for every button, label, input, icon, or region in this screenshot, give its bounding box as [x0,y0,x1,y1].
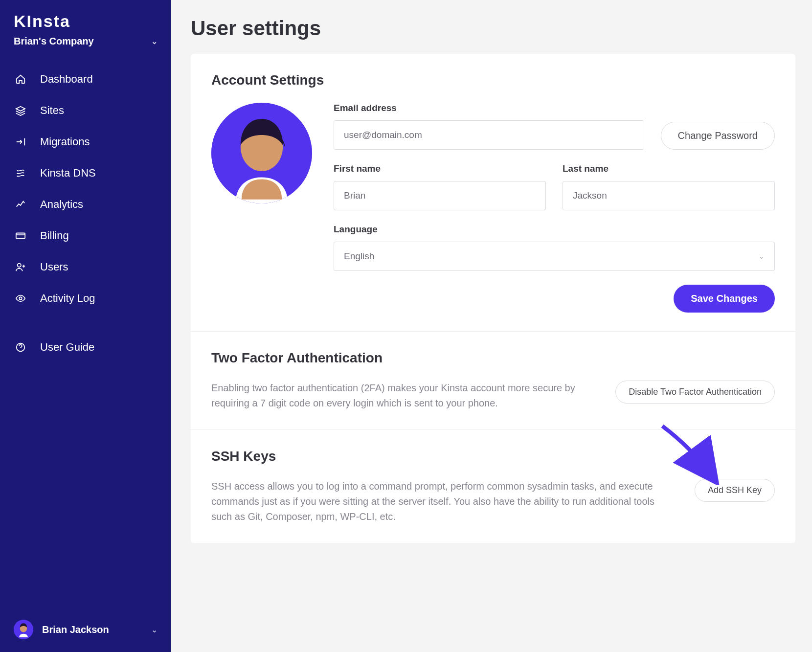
avatar-large[interactable] [211,103,312,203]
company-name: Brian's Company [14,36,94,47]
sidebar-item-sites[interactable]: Sites [0,95,171,126]
sidebar-item-users[interactable]: Users [0,251,171,283]
sidebar-item-label: Sites [40,104,64,117]
sidebar-item-analytics[interactable]: Analytics [0,189,171,220]
sidebar-item-label: Analytics [40,198,83,211]
sidebar-item-label: Billing [40,229,69,242]
home-icon [14,72,27,86]
sidebar-item-label: Migrations [40,135,90,148]
ssh-keys-title: SSH Keys [211,449,775,464]
sidebar-item-label: Dashboard [40,73,93,86]
account-settings-section: Account Settings Email add [191,54,795,332]
brand-logo: KInsta [0,12,171,36]
analytics-icon [14,198,27,211]
help-icon [14,340,27,354]
avatar-small [14,620,33,639]
sidebar: KInsta Brian's Company ⌄ Dashboard Sites… [0,0,171,652]
sidebar-item-migrations[interactable]: Migrations [0,126,171,157]
eye-icon [14,292,27,305]
migrate-icon [14,135,27,149]
sidebar-nav: Dashboard Sites Migrations Kinsta DNS An… [0,64,171,363]
layers-icon [14,104,27,117]
sidebar-user-menu[interactable]: Brian Jackson ⌄ [0,620,171,639]
sidebar-item-label: Users [40,261,68,273]
save-changes-button[interactable]: Save Changes [674,285,775,313]
chevron-down-icon: ⌄ [151,625,158,634]
sidebar-item-dns[interactable]: Kinsta DNS [0,157,171,189]
sidebar-item-label: Kinsta DNS [40,167,96,180]
language-select[interactable]: English ⌄ [334,242,775,271]
chevron-down-icon: ⌄ [759,252,765,260]
sidebar-item-label: User Guide [40,341,94,354]
two-factor-title: Two Factor Authentication [211,350,775,366]
sidebar-item-activity-log[interactable]: Activity Log [0,283,171,314]
dns-icon [14,166,27,180]
settings-card: Account Settings Email add [191,54,795,543]
sidebar-item-label: Activity Log [40,292,95,305]
disable-2fa-button[interactable]: Disable Two Factor Authentication [615,381,775,404]
company-selector[interactable]: Brian's Company ⌄ [0,36,171,64]
chevron-down-icon: ⌄ [151,37,158,46]
language-value: English [344,251,374,262]
two-factor-description: Enabling two factor authentication (2FA)… [211,381,586,411]
ssh-keys-description: SSH access allows you to log into a comm… [211,479,665,524]
sidebar-item-billing[interactable]: Billing [0,220,171,251]
page-title: User settings [191,17,795,40]
sidebar-item-dashboard[interactable]: Dashboard [0,64,171,95]
last-name-field[interactable] [563,181,775,210]
last-name-label: Last name [563,163,775,174]
language-label: Language [334,224,775,235]
email-field[interactable] [334,120,644,150]
main-content: User settings Account Settings [171,0,812,652]
svg-point-1 [18,264,21,267]
first-name-label: First name [334,163,546,174]
two-factor-section: Two Factor Authentication Enabling two f… [191,332,795,430]
ssh-keys-section: SSH Keys SSH access allows you to log in… [191,430,795,543]
change-password-button[interactable]: Change Password [661,122,775,150]
add-ssh-key-button[interactable]: Add SSH Key [695,479,775,502]
billing-icon [14,229,27,243]
account-settings-title: Account Settings [211,72,775,88]
svg-rect-0 [16,233,25,239]
email-label: Email address [334,103,644,113]
first-name-field[interactable] [334,181,546,210]
sidebar-user-name: Brian Jackson [42,624,142,635]
users-icon [14,260,27,274]
svg-point-2 [19,297,22,300]
sidebar-item-user-guide[interactable]: User Guide [0,332,171,363]
